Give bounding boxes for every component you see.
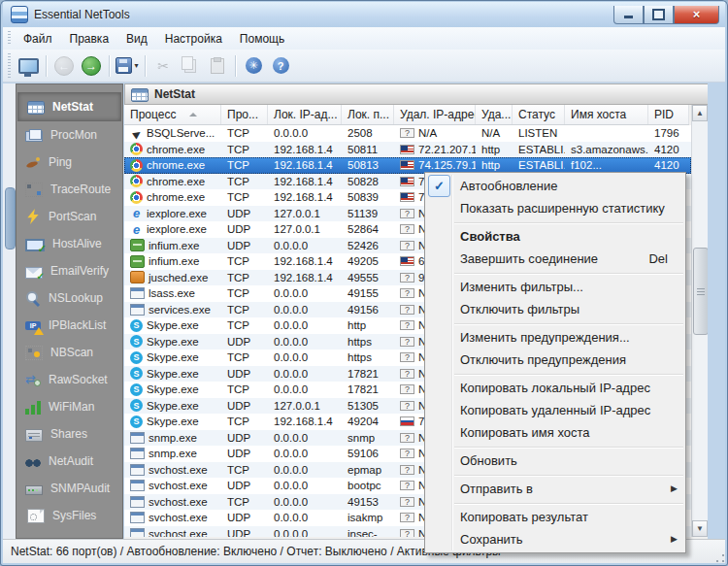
resize-grip[interactable] — [714, 552, 726, 564]
menubar-item-1[interactable]: Файл — [15, 29, 61, 49]
menu-item-11[interactable]: Отключить предупреждения — [425, 349, 685, 371]
cell-remote_ip: 72.21.207.135 — [394, 144, 476, 155]
column-header-4[interactable]: Лок. п... — [342, 105, 394, 124]
sidebar-item-hostalive[interactable]: HostAlive — [17, 230, 122, 257]
cell-text: bootpc — [347, 480, 381, 491]
cell-status: ESTABLI... — [513, 159, 565, 171]
menu-item-4[interactable]: Свойства — [425, 225, 685, 248]
sidebar-item-shares[interactable]: Shares — [17, 420, 122, 448]
sidebar-item-emailverify[interactable]: EmailVerify — [17, 257, 122, 284]
sidebar-item-nbscan[interactable]: NBScan — [17, 339, 122, 366]
cell-process: chrome.exe — [124, 143, 221, 155]
cell-remote_port: http — [476, 144, 513, 155]
generic-process-icon — [130, 528, 145, 537]
cell-local_ip: 192.168.1.4 — [268, 255, 342, 267]
column-header-3[interactable]: Лок. IP-ад... — [268, 105, 342, 124]
menubar-item-5[interactable]: Помощь — [231, 29, 293, 49]
sidebar-item-label: NetAudit — [49, 454, 93, 468]
menu-item-2[interactable]: Показать расширенную статистику — [425, 197, 685, 219]
cell-proto: UDP — [221, 512, 268, 523]
snmpaudit-icon — [25, 485, 43, 495]
maximize-button[interactable] — [644, 6, 674, 24]
table-row[interactable]: BSQLServe...TCP0.0.0.02508N/AN/ALISTEN17… — [124, 125, 691, 142]
paste-button[interactable] — [205, 53, 230, 79]
menu-item-5[interactable]: Завершить соединениеDel — [425, 248, 685, 270]
menu-item-21[interactable]: Копировать результат — [425, 506, 685, 528]
cell-proto: TCP — [221, 383, 268, 395]
table-header: ПроцессПро...Лок. IP-ад...Лок. п...Удал.… — [124, 105, 689, 125]
scrollbar-thumb[interactable] — [693, 248, 709, 335]
netstat-icon — [27, 101, 45, 115]
cell-text: 0.0.0.0 — [274, 127, 308, 139]
menu-item-15[interactable]: Копировать имя хоста — [425, 421, 685, 444]
menu-item-14[interactable]: Копировать удаленный IP-адрес — [425, 399, 685, 421]
cell-text: s3.amazonaws... — [571, 144, 648, 155]
column-header-label: Удал. IP-адрес — [400, 108, 476, 121]
sidebar-item-netaudit[interactable]: NetAudit — [17, 448, 122, 475]
cell-local_port: 49204 — [342, 416, 394, 427]
scroll-up-button[interactable]: ▲ — [692, 105, 708, 121]
column-header-2[interactable]: Про... — [221, 105, 268, 124]
menu-item-1[interactable]: ✓Автообновление — [425, 175, 685, 197]
copy-button[interactable] — [178, 53, 203, 79]
menubar-item-3[interactable]: Вид — [117, 29, 156, 49]
forward-button[interactable]: → — [79, 53, 104, 79]
sidebar-item-label: NSLookup — [49, 291, 103, 305]
sidebar-item-ipblacklist[interactable]: IPBlackList — [17, 312, 122, 339]
column-header-1[interactable]: Процесс — [124, 105, 221, 124]
close-button[interactable]: × — [674, 6, 719, 24]
sidebar-item-sysfiles[interactable]: SysFiles — [17, 502, 122, 529]
menu-item-10[interactable]: Изменить предупреждения... — [425, 326, 685, 349]
settings-button[interactable]: ✳ — [241, 53, 266, 79]
forward-circle-icon: → — [82, 56, 101, 76]
cell-text: 50811 — [347, 144, 378, 155]
flag-unknown-icon — [400, 352, 414, 362]
back-button[interactable]: ← — [51, 53, 77, 79]
sidebar-item-netstat[interactable]: NetStat — [17, 92, 121, 121]
help-button[interactable]: ? — [268, 53, 293, 79]
title-bar[interactable]: Essential NetTools × — [3, 2, 725, 27]
flag-unknown-icon — [400, 224, 414, 234]
minimize-button[interactable] — [613, 6, 644, 24]
column-header-label: Уда... — [481, 108, 511, 121]
sidebar-item-portscan[interactable]: PortScan — [17, 203, 122, 230]
sidebar-scrollbar[interactable] — [3, 83, 17, 539]
sidebar-item-nslookup[interactable]: NSLookup — [17, 284, 122, 312]
column-header-9[interactable]: PID — [648, 105, 689, 124]
sysfiles-icon — [27, 509, 45, 523]
flag-unknown-icon — [400, 209, 414, 218]
column-header-5[interactable]: Удал. IP-адрес — [394, 105, 476, 124]
cut-button[interactable]: ✂ — [150, 53, 176, 79]
network-connections-button[interactable] — [16, 53, 41, 79]
menu-item-19[interactable]: Отправить в▶ — [425, 478, 685, 500]
cell-pid: 1796 — [648, 127, 689, 139]
menu-item-8[interactable]: Отключить фильтры — [425, 298, 685, 320]
sidebar-item-wifiman[interactable]: WiFiMan — [17, 393, 122, 420]
sidebar-item-snmpaudit[interactable]: SNMPAudit — [17, 475, 122, 502]
menu-item-17[interactable]: Обновить — [425, 449, 685, 472]
maximize-icon — [652, 9, 665, 20]
menubar-item-2[interactable]: Правка — [61, 29, 118, 49]
sidebar-item-rawsocket[interactable]: RawSocket — [17, 366, 122, 393]
menubar-item-4[interactable]: Настройка — [156, 29, 231, 49]
column-header-7[interactable]: Статус — [513, 105, 565, 124]
table-row[interactable]: chrome.exeTCP192.168.1.45081172.21.207.1… — [124, 142, 691, 158]
cell-text: 0.0.0.0 — [274, 512, 308, 523]
menu-item-22[interactable]: Сохранить▶ — [425, 528, 685, 550]
sidebar-scrollbar-thumb[interactable] — [5, 187, 16, 250]
table-scrollbar[interactable]: ▲ ▼ — [691, 105, 708, 537]
column-header-6[interactable]: Уда... — [476, 105, 513, 124]
column-header-8[interactable]: Имя хоста — [565, 105, 648, 124]
scroll-down-button[interactable]: ▼ — [692, 520, 708, 537]
cell-proto: UDP — [221, 400, 268, 412]
cell-local_ip: 192.168.1.4 — [268, 272, 342, 283]
cell-text: 49153 — [347, 496, 379, 508]
menu-item-13[interactable]: Копировать локальный IP-адрес — [425, 377, 685, 399]
menu-separator — [454, 374, 683, 375]
save-button[interactable]: ▾ — [115, 53, 140, 79]
sidebar-item-ping[interactable]: Ping — [17, 149, 122, 176]
sidebar-item-traceroute[interactable]: TraceRoute — [17, 176, 122, 203]
sidebar-item-procmon[interactable]: ProcMon — [17, 121, 122, 149]
window-controls: × — [613, 6, 719, 24]
menu-item-7[interactable]: Изменить фильтры... — [425, 276, 685, 298]
